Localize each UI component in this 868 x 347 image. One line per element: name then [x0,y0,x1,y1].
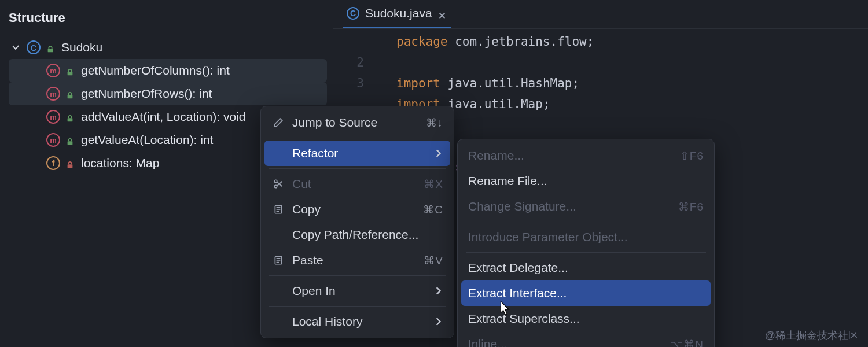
lock-icon [66,135,75,145]
menu-label: Local History [292,315,428,328]
tree-member[interactable]: m getNumberOfColumns(): int [9,59,327,82]
menu-separator [269,306,446,307]
menu-item-jump-to-source[interactable]: Jump to Source⌘↓ [264,110,450,135]
menu-item-extract-delegate[interactable]: Extract Delegate... [461,255,711,280]
tree-member-label: addValueAt(int, Location): void [81,110,245,124]
menu-label: Copy Path/Reference... [292,228,443,242]
editor-tabbar: C Sudoku.java [333,0,868,29]
menu-label: Open In [292,284,428,298]
menu-shortcut: ⌘V [424,254,443,267]
tree-member-label: getNumberOfColumns(): int [81,64,230,77]
menu-separator [466,252,706,253]
method-icon: m [46,110,60,124]
lock-icon [66,112,75,121]
menu-separator [269,138,446,138]
menu-item-refactor[interactable]: Refactor [264,141,450,166]
menu-item-local-history[interactable]: Local History [264,309,450,334]
tab-sudoku[interactable]: C Sudoku.java [343,0,451,28]
menu-label: Introduce Parameter Object... [468,230,704,244]
svg-point-7 [274,185,277,188]
svg-rect-0 [48,49,53,52]
code-line[interactable]: 2 [333,52,868,73]
clipboard-icon [271,255,285,265]
structure-title: Structure [0,10,333,36]
menu-separator [269,275,446,276]
svg-rect-1 [68,72,73,75]
menu-shortcut: ⌘↓ [426,116,444,130]
tree-member-label: locations: Map [81,156,159,170]
lock-icon [66,89,75,98]
chevron-down-icon[interactable] [10,42,21,53]
svg-rect-3 [68,118,73,121]
menu-item-change-signature: Change Signature...⌘F6 [461,194,711,219]
menu-label: Paste [292,253,417,267]
lock-icon [46,43,56,52]
menu-item-extract-interface[interactable]: Extract Interface... [461,280,711,306]
menu-item-rename-file[interactable]: Rename File... [461,168,711,194]
menu-label: Jump to Source [292,116,419,130]
lock-icon [66,66,75,75]
menu-shortcut: ⇧F6 [680,149,704,163]
line-number: 2 [333,56,396,69]
method-icon: m [46,87,60,101]
svg-rect-2 [68,95,73,98]
menu-label: Change Signature... [468,200,671,213]
menu-shortcut: ⌘F6 [678,200,704,213]
pencil-icon [271,117,285,128]
svg-rect-4 [68,141,73,145]
tree-member-label: getNumberOfRows(): int [81,87,212,101]
tree-member[interactable]: m getNumberOfRows(): int [9,82,327,105]
class-icon: C [347,7,359,20]
menu-label: Rename... [468,149,673,163]
menu-shortcut: ⌘X [424,178,443,191]
menu-shortcut: ⌘C [423,203,443,216]
field-icon: f [46,156,60,170]
menu-label: Extract Interface... [468,286,704,300]
menu-item-extract-superclass[interactable]: Extract Superclass... [461,306,711,331]
menu-label: Copy [292,202,416,216]
menu-label: Extract Delegate... [468,261,704,275]
menu-item-paste[interactable]: Paste⌘V [264,248,450,273]
method-icon: m [46,64,60,77]
lock-icon [66,158,75,168]
chevron-right-icon [435,146,443,160]
context-menu: Jump to Source⌘↓RefactorCut⌘XCopy⌘CCopy … [260,106,454,338]
menu-item-inline: Inline...⌥⌘N [461,331,711,347]
menu-shortcut: ⌥⌘N [670,338,704,348]
method-icon: m [46,133,60,147]
chevron-right-icon [435,315,443,328]
refactor-submenu: Rename...⇧F6Rename File...Change Signatu… [457,139,715,347]
close-icon[interactable] [438,9,447,18]
menu-label: Rename File... [468,174,704,188]
menu-label: Inline... [468,337,663,347]
tab-label: Sudoku.java [365,6,432,20]
class-icon: C [27,40,41,54]
code-line[interactable]: 3import java.util.HashMap; [333,73,868,94]
menu-separator [466,222,706,222]
svg-rect-5 [68,164,73,168]
svg-point-6 [274,180,277,183]
clipboard-icon [271,204,285,215]
menu-item-open-in[interactable]: Open In [264,278,450,304]
chevron-right-icon [435,284,443,298]
watermark: @稀土掘金技术社区 [765,328,859,342]
tree-member-label: getValueAt(Location): int [81,133,213,147]
menu-separator [269,168,446,169]
menu-item-introduce-parameter-object: Introduce Parameter Object... [461,224,711,250]
tree-root-label: Sudoku [61,40,102,54]
menu-item-copy[interactable]: Copy⌘C [264,197,450,222]
menu-label: Refactor [292,146,428,160]
code-line[interactable]: package com.jetbrains.flow; [333,31,868,52]
menu-item-copy-path-reference[interactable]: Copy Path/Reference... [264,222,450,248]
line-number: 3 [333,76,396,90]
menu-label: Cut [292,177,417,191]
tree-root-class[interactable]: C Sudoku [0,36,333,59]
menu-item-cut: Cut⌘X [264,171,450,197]
menu-item-rename: Rename...⇧F6 [461,143,711,168]
mouse-cursor [499,300,512,318]
scissors-icon [271,179,285,189]
